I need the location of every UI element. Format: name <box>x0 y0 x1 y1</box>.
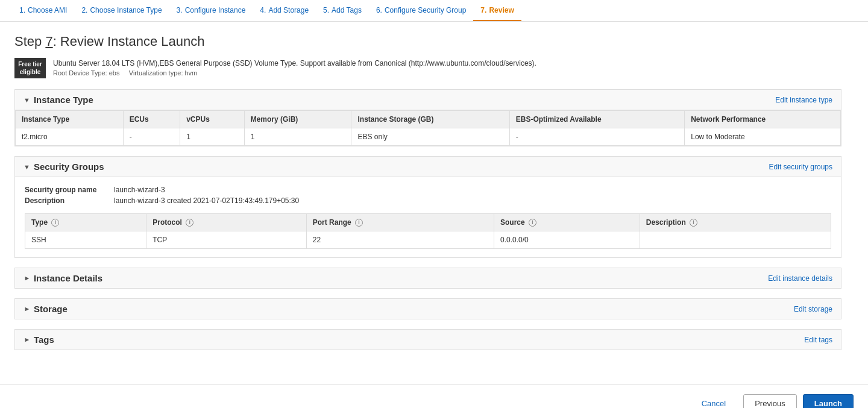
security-groups-chevron: ▼ <box>24 163 30 171</box>
instance-type-table-header-row: Instance Type ECUs vCPUs Memory (GiB) In… <box>16 111 841 128</box>
protocol-info-icon[interactable]: i <box>186 219 193 227</box>
instance-type-section-header[interactable]: ▼ Instance Type Edit instance type <box>15 90 841 110</box>
sg-meta-desc-value: launch-wizard-3 created 2021-07-02T19:43… <box>114 196 299 205</box>
wizard-step-review[interactable]: 7. Review <box>473 0 521 21</box>
security-groups-title: Security Groups <box>34 162 104 172</box>
wizard-step-label: Choose Instance Type <box>90 6 162 14</box>
wizard-step-choose-ami[interactable]: 1. Choose AMI <box>12 0 74 21</box>
sg-meta: Security group name launch-wizard-3 Desc… <box>25 186 831 205</box>
cell-network-performance: Low to Moderate <box>685 128 841 146</box>
bottom-bar: Cancel Previous Launch <box>0 384 868 408</box>
wizard-step-number: 3. <box>177 6 183 14</box>
cell-ebs-optimized: - <box>509 128 684 146</box>
sg-meta-name-value: launch-wizard-3 <box>114 186 165 194</box>
source-info-icon[interactable]: i <box>529 219 536 227</box>
edit-security-groups-link[interactable]: Edit security groups <box>769 163 832 171</box>
wizard-step-configure-instance[interactable]: 3. Configure Instance <box>169 0 253 21</box>
instance-type-chevron: ▼ <box>24 96 30 104</box>
wizard-nav: 1. Choose AMI 2. Choose Instance Type 3.… <box>0 0 868 22</box>
storage-chevron: ▼ <box>23 306 30 312</box>
sg-col-port-range: Port Range i <box>306 214 494 231</box>
sg-cell-protocol: TCP <box>146 231 307 249</box>
col-network-performance: Network Performance <box>685 111 841 128</box>
sg-meta-name-row: Security group name launch-wizard-3 <box>25 186 831 194</box>
description-info-icon[interactable]: i <box>690 219 697 227</box>
cell-instance-type: t2.micro <box>16 128 124 146</box>
launch-button[interactable]: Launch <box>803 394 854 408</box>
sg-meta-desc-label: Description <box>25 196 109 205</box>
sg-cell-description <box>640 231 831 249</box>
col-memory: Memory (GiB) <box>244 111 351 128</box>
col-instance-storage: Instance Storage (GB) <box>351 111 509 128</box>
sg-meta-desc-row: Description launch-wizard-3 created 2021… <box>25 196 831 205</box>
col-ebs-optimized: EBS-Optimized Available <box>509 111 684 128</box>
wizard-step-number: 5. <box>323 6 329 14</box>
wizard-step-label: Review <box>489 6 514 14</box>
cell-memory: 1 <box>244 128 351 146</box>
wizard-step-label: Configure Instance <box>185 6 246 14</box>
wizard-step-add-storage[interactable]: 4. Add Storage <box>253 0 316 21</box>
port-range-info-icon[interactable]: i <box>355 219 363 227</box>
table-row: t2.micro - 1 1 EBS only - Low to Moderat… <box>16 128 841 146</box>
col-ecus: ECUs <box>123 111 180 128</box>
storage-title: Storage <box>34 304 68 314</box>
wizard-step-label: Choose AMI <box>28 6 67 14</box>
cancel-button[interactable]: Cancel <box>690 394 737 408</box>
instance-details-section: ▼ Instance Details Edit instance details <box>14 268 841 289</box>
security-groups-body: Security group name launch-wizard-3 Desc… <box>15 177 841 257</box>
wizard-step-number: 1. <box>19 6 25 14</box>
sg-cell-source: 0.0.0.0/0 <box>494 231 640 249</box>
instance-type-body: Instance Type ECUs vCPUs Memory (GiB) In… <box>15 110 841 146</box>
storage-header[interactable]: ▼ Storage Edit storage <box>15 299 841 319</box>
wizard-step-number: 6. <box>376 6 382 14</box>
sg-col-source: Source i <box>494 214 640 231</box>
cell-instance-storage: EBS only <box>351 128 509 146</box>
wizard-step-label: Configure Security Group <box>385 6 466 14</box>
instance-type-section: ▼ Instance Type Edit instance type Insta… <box>14 89 841 146</box>
tags-header-left: ▼ Tags <box>24 334 54 345</box>
instance-type-table: Instance Type ECUs vCPUs Memory (GiB) In… <box>15 110 841 146</box>
cell-vcpus: 1 <box>180 128 244 146</box>
instance-type-title: Instance Type <box>34 95 93 105</box>
cell-ecus: - <box>123 128 180 146</box>
tags-header[interactable]: ▼ Tags Edit tags <box>15 330 841 350</box>
type-info-icon[interactable]: i <box>51 219 59 227</box>
security-groups-section-header[interactable]: ▼ Security Groups Edit security groups <box>15 157 841 177</box>
col-vcpus: vCPUs <box>180 111 244 128</box>
previous-button[interactable]: Previous <box>743 394 797 408</box>
tags-section: ▼ Tags Edit tags <box>14 329 841 350</box>
storage-section: ▼ Storage Edit storage <box>14 298 841 319</box>
wizard-step-label: Add Tags <box>332 6 362 14</box>
security-groups-header-left: ▼ Security Groups <box>24 162 104 172</box>
instance-type-header-left: ▼ Instance Type <box>24 95 93 105</box>
instance-details-header-left: ▼ Instance Details <box>24 273 102 283</box>
sg-cell-port-range: 22 <box>306 231 494 249</box>
edit-instance-type-link[interactable]: Edit instance type <box>775 96 832 104</box>
wizard-step-label: Add Storage <box>268 6 309 14</box>
main-content: Step 7: Review Instance Launch Free tier… <box>0 22 856 372</box>
ami-info: Free tier eligible Ubuntu Server 18.04 L… <box>14 58 841 78</box>
instance-details-header[interactable]: ▼ Instance Details Edit instance details <box>15 268 841 288</box>
wizard-step-configure-security-group[interactable]: 6. Configure Security Group <box>369 0 473 21</box>
tags-chevron: ▼ <box>23 336 30 343</box>
storage-header-left: ▼ Storage <box>24 304 68 314</box>
tags-title: Tags <box>34 334 54 345</box>
security-groups-table: Type i Protocol i Port Range i Source <box>25 213 831 249</box>
sg-table-row: SSH TCP 22 0.0.0.0/0 <box>25 231 831 249</box>
sg-col-protocol: Protocol i <box>146 214 307 231</box>
wizard-step-choose-instance-type[interactable]: 2. Choose Instance Type <box>74 0 169 21</box>
wizard-step-add-tags[interactable]: 5. Add Tags <box>316 0 369 21</box>
page-title: Step 7: Review Instance Launch <box>14 34 841 49</box>
wizard-step-number: 4. <box>260 6 266 14</box>
free-tier-badge: Free tier eligible <box>14 58 46 78</box>
edit-instance-details-link[interactable]: Edit instance details <box>768 274 832 283</box>
col-instance-type: Instance Type <box>16 111 124 128</box>
wizard-step-number: 7. <box>480 6 486 14</box>
wizard-step-number: 2. <box>81 6 87 14</box>
edit-tags-link[interactable]: Edit tags <box>804 336 832 344</box>
sg-cell-type: SSH <box>25 231 146 249</box>
ami-description: Ubuntu Server 18.04 LTS (HVM),EBS Genera… <box>53 58 536 69</box>
edit-storage-link[interactable]: Edit storage <box>794 305 832 313</box>
instance-details-chevron: ▼ <box>23 275 30 281</box>
sg-table-header-row: Type i Protocol i Port Range i Source <box>25 214 831 231</box>
